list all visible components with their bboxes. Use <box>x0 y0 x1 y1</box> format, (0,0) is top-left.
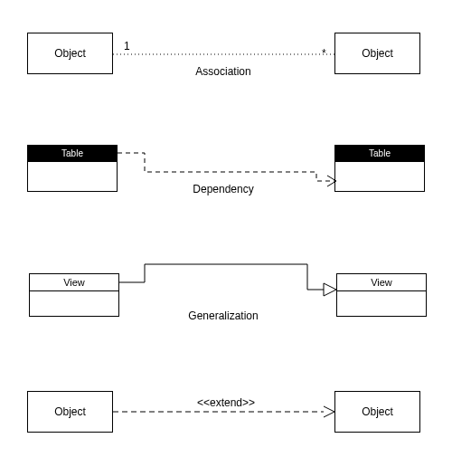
extend-stereotype: <<extend>> <box>181 396 271 409</box>
uml-relationship-diagram: Object Object 1 * Association Table Tabl… <box>0 0 452 476</box>
